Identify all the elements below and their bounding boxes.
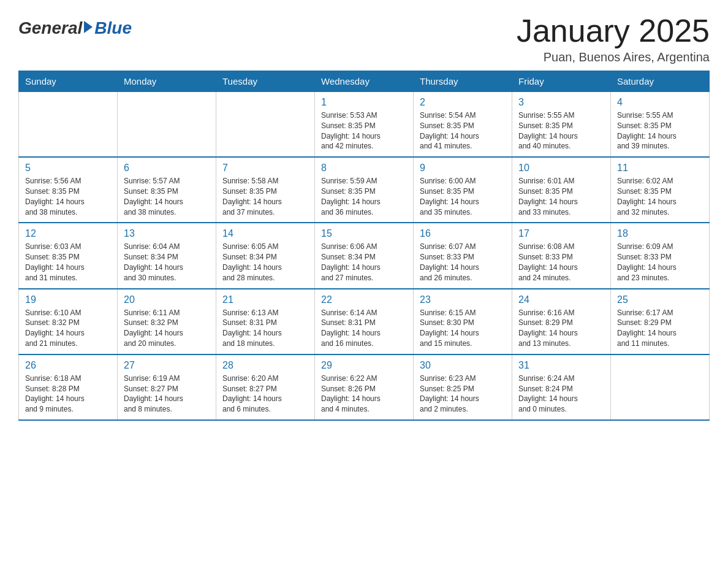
day-info: Sunrise: 5:57 AM Sunset: 8:35 PM Dayligh… xyxy=(124,176,210,217)
weekday-header-thursday: Thursday xyxy=(414,71,512,92)
day-info: Sunrise: 5:54 AM Sunset: 8:35 PM Dayligh… xyxy=(420,110,506,151)
calendar-cell: 6Sunrise: 5:57 AM Sunset: 8:35 PM Daylig… xyxy=(118,157,216,223)
day-number: 8 xyxy=(321,163,407,174)
day-number: 26 xyxy=(25,360,111,371)
calendar-cell: 24Sunrise: 6:16 AM Sunset: 8:29 PM Dayli… xyxy=(512,289,611,354)
calendar-cell: 25Sunrise: 6:17 AM Sunset: 8:29 PM Dayli… xyxy=(611,289,710,354)
day-number: 19 xyxy=(25,294,111,305)
calendar-cell: 21Sunrise: 6:13 AM Sunset: 8:31 PM Dayli… xyxy=(216,289,315,354)
logo-arrow-icon xyxy=(84,21,93,33)
day-info: Sunrise: 6:16 AM Sunset: 8:29 PM Dayligh… xyxy=(518,308,604,349)
calendar-cell: 16Sunrise: 6:07 AM Sunset: 8:33 PM Dayli… xyxy=(414,223,512,288)
calendar-cell: 5Sunrise: 5:56 AM Sunset: 8:35 PM Daylig… xyxy=(19,157,118,223)
calendar-cell: 3Sunrise: 5:55 AM Sunset: 8:35 PM Daylig… xyxy=(512,92,611,158)
day-info: Sunrise: 6:06 AM Sunset: 8:34 PM Dayligh… xyxy=(321,242,407,283)
day-info: Sunrise: 6:14 AM Sunset: 8:31 PM Dayligh… xyxy=(321,308,407,349)
calendar-cell: 17Sunrise: 6:08 AM Sunset: 8:33 PM Dayli… xyxy=(512,223,611,288)
calendar-cell xyxy=(118,92,216,158)
day-number: 6 xyxy=(124,163,210,174)
calendar-cell: 30Sunrise: 6:23 AM Sunset: 8:25 PM Dayli… xyxy=(414,354,512,420)
location: Puan, Buenos Aires, Argentina xyxy=(517,50,710,64)
day-info: Sunrise: 5:55 AM Sunset: 8:35 PM Dayligh… xyxy=(518,110,604,151)
day-number: 23 xyxy=(420,294,506,305)
day-info: Sunrise: 6:17 AM Sunset: 8:29 PM Dayligh… xyxy=(617,308,703,349)
calendar-cell: 27Sunrise: 6:19 AM Sunset: 8:27 PM Dayli… xyxy=(118,354,216,420)
logo-blue: Blue xyxy=(94,18,132,38)
calendar-cell xyxy=(19,92,118,158)
day-info: Sunrise: 6:02 AM Sunset: 8:35 PM Dayligh… xyxy=(617,176,703,217)
calendar-cell: 9Sunrise: 6:00 AM Sunset: 8:35 PM Daylig… xyxy=(414,157,512,223)
calendar-cell: 23Sunrise: 6:15 AM Sunset: 8:30 PM Dayli… xyxy=(414,289,512,354)
day-info: Sunrise: 5:56 AM Sunset: 8:35 PM Dayligh… xyxy=(25,176,111,217)
day-info: Sunrise: 6:03 AM Sunset: 8:35 PM Dayligh… xyxy=(25,242,111,283)
calendar-week-row: 5Sunrise: 5:56 AM Sunset: 8:35 PM Daylig… xyxy=(19,157,710,223)
logo-general: General xyxy=(18,18,82,38)
day-number: 3 xyxy=(518,97,604,108)
calendar-cell: 19Sunrise: 6:10 AM Sunset: 8:32 PM Dayli… xyxy=(19,289,118,354)
calendar-cell xyxy=(611,354,710,420)
calendar-cell: 26Sunrise: 6:18 AM Sunset: 8:28 PM Dayli… xyxy=(19,354,118,420)
calendar-week-row: 1Sunrise: 5:53 AM Sunset: 8:35 PM Daylig… xyxy=(19,92,710,158)
day-info: Sunrise: 6:00 AM Sunset: 8:35 PM Dayligh… xyxy=(420,176,506,217)
calendar-cell xyxy=(216,92,315,158)
day-info: Sunrise: 6:07 AM Sunset: 8:33 PM Dayligh… xyxy=(420,242,506,283)
calendar-week-row: 12Sunrise: 6:03 AM Sunset: 8:35 PM Dayli… xyxy=(19,223,710,288)
calendar-cell: 18Sunrise: 6:09 AM Sunset: 8:33 PM Dayli… xyxy=(611,223,710,288)
day-number: 31 xyxy=(518,360,604,371)
day-number: 18 xyxy=(617,228,703,239)
calendar-cell: 31Sunrise: 6:24 AM Sunset: 8:24 PM Dayli… xyxy=(512,354,611,420)
day-number: 22 xyxy=(321,294,407,305)
day-info: Sunrise: 6:24 AM Sunset: 8:24 PM Dayligh… xyxy=(518,373,604,415)
weekday-header-row: SundayMondayTuesdayWednesdayThursdayFrid… xyxy=(19,71,710,92)
day-number: 11 xyxy=(617,163,703,174)
title-block: January 2025 Puan, Buenos Aires, Argenti… xyxy=(517,12,710,64)
calendar-cell: 14Sunrise: 6:05 AM Sunset: 8:34 PM Dayli… xyxy=(216,223,315,288)
day-number: 17 xyxy=(518,228,604,239)
calendar-cell: 15Sunrise: 6:06 AM Sunset: 8:34 PM Dayli… xyxy=(315,223,414,288)
day-info: Sunrise: 6:09 AM Sunset: 8:33 PM Dayligh… xyxy=(617,242,703,283)
day-info: Sunrise: 5:58 AM Sunset: 8:35 PM Dayligh… xyxy=(222,176,308,217)
weekday-header-wednesday: Wednesday xyxy=(315,71,414,92)
day-info: Sunrise: 6:19 AM Sunset: 8:27 PM Dayligh… xyxy=(124,373,210,415)
day-number: 28 xyxy=(222,360,308,371)
day-info: Sunrise: 6:05 AM Sunset: 8:34 PM Dayligh… xyxy=(222,242,308,283)
weekday-header-sunday: Sunday xyxy=(19,71,118,92)
day-info: Sunrise: 5:55 AM Sunset: 8:35 PM Dayligh… xyxy=(617,110,703,151)
weekday-header-friday: Friday xyxy=(512,71,611,92)
day-number: 30 xyxy=(420,360,506,371)
day-number: 16 xyxy=(420,228,506,239)
calendar-cell: 10Sunrise: 6:01 AM Sunset: 8:35 PM Dayli… xyxy=(512,157,611,223)
day-number: 25 xyxy=(617,294,703,305)
day-info: Sunrise: 6:22 AM Sunset: 8:26 PM Dayligh… xyxy=(321,373,407,415)
weekday-header-saturday: Saturday xyxy=(611,71,710,92)
calendar-cell: 7Sunrise: 5:58 AM Sunset: 8:35 PM Daylig… xyxy=(216,157,315,223)
day-info: Sunrise: 6:10 AM Sunset: 8:32 PM Dayligh… xyxy=(25,308,111,349)
calendar-table: SundayMondayTuesdayWednesdayThursdayFrid… xyxy=(18,71,710,421)
day-info: Sunrise: 5:59 AM Sunset: 8:35 PM Dayligh… xyxy=(321,176,407,217)
day-number: 9 xyxy=(420,163,506,174)
calendar-cell: 13Sunrise: 6:04 AM Sunset: 8:34 PM Dayli… xyxy=(118,223,216,288)
calendar-cell: 12Sunrise: 6:03 AM Sunset: 8:35 PM Dayli… xyxy=(19,223,118,288)
day-number: 20 xyxy=(124,294,210,305)
calendar-cell: 2Sunrise: 5:54 AM Sunset: 8:35 PM Daylig… xyxy=(414,92,512,158)
day-number: 10 xyxy=(518,163,604,174)
day-number: 14 xyxy=(222,228,308,239)
day-number: 1 xyxy=(321,97,407,108)
calendar-cell: 28Sunrise: 6:20 AM Sunset: 8:27 PM Dayli… xyxy=(216,354,315,420)
day-number: 13 xyxy=(124,228,210,239)
day-number: 4 xyxy=(617,97,703,108)
calendar-cell: 29Sunrise: 6:22 AM Sunset: 8:26 PM Dayli… xyxy=(315,354,414,420)
day-number: 21 xyxy=(222,294,308,305)
day-info: Sunrise: 6:01 AM Sunset: 8:35 PM Dayligh… xyxy=(518,176,604,217)
weekday-header-tuesday: Tuesday xyxy=(216,71,315,92)
calendar-week-row: 19Sunrise: 6:10 AM Sunset: 8:32 PM Dayli… xyxy=(19,289,710,354)
calendar-cell: 1Sunrise: 5:53 AM Sunset: 8:35 PM Daylig… xyxy=(315,92,414,158)
day-number: 27 xyxy=(124,360,210,371)
day-info: Sunrise: 6:04 AM Sunset: 8:34 PM Dayligh… xyxy=(124,242,210,283)
calendar-week-row: 26Sunrise: 6:18 AM Sunset: 8:28 PM Dayli… xyxy=(19,354,710,420)
calendar-cell: 8Sunrise: 5:59 AM Sunset: 8:35 PM Daylig… xyxy=(315,157,414,223)
day-number: 15 xyxy=(321,228,407,239)
day-info: Sunrise: 6:13 AM Sunset: 8:31 PM Dayligh… xyxy=(222,308,308,349)
day-info: Sunrise: 6:23 AM Sunset: 8:25 PM Dayligh… xyxy=(420,373,506,415)
day-info: Sunrise: 6:11 AM Sunset: 8:32 PM Dayligh… xyxy=(124,308,210,349)
